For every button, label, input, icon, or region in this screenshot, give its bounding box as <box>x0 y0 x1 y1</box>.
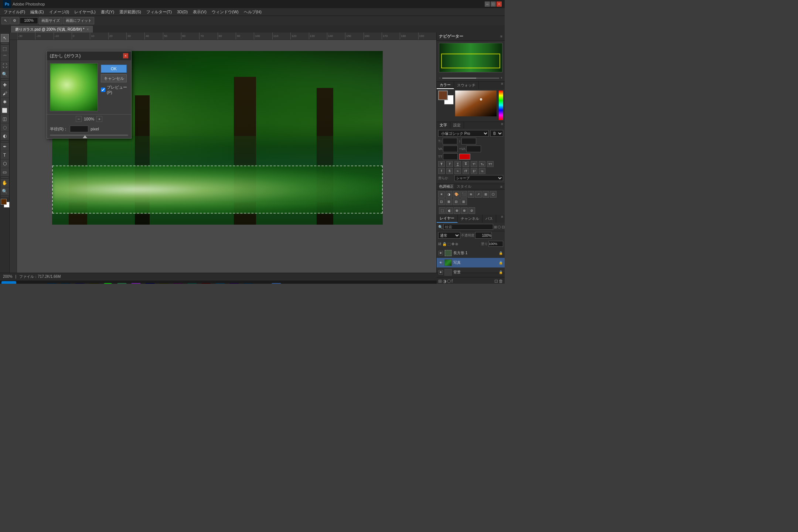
settings-tab[interactable]: 設定 <box>450 122 464 129</box>
superscript-button[interactable]: T¹ <box>471 161 477 167</box>
taskbar-explorer[interactable]: 📁 <box>284 281 297 284</box>
adjust-icon-5[interactable]: ≋ <box>468 191 474 198</box>
layers-tab[interactable]: レイヤー <box>437 215 458 223</box>
layer-visibility-photo[interactable]: 👁 <box>439 260 443 265</box>
layer-mask-icon[interactable]: ⬡ <box>447 279 451 284</box>
color-swatches[interactable] <box>1 199 10 208</box>
tool-healing[interactable]: ✚ <box>1 81 9 89</box>
channels-tab[interactable]: チャンネル <box>458 215 482 223</box>
taskbar-line[interactable]: L <box>101 281 115 284</box>
tool-lasso[interactable]: ⌒ <box>1 53 9 61</box>
taskbar-muse[interactable]: Mu <box>214 281 227 284</box>
notification-area[interactable]: ⊟ <box>496 281 503 284</box>
tool-pen[interactable]: ✒ <box>1 143 9 151</box>
taskbar-photoshop2[interactable]: Ps <box>242 281 255 284</box>
tool-blur[interactable]: ◌ <box>1 123 9 132</box>
radius-input[interactable]: 30.4 <box>70 126 88 132</box>
lock-icon-4[interactable]: ⊕ <box>455 242 458 246</box>
taskbar-aftereffects[interactable]: Ae <box>143 281 157 284</box>
dialog-slider-row[interactable] <box>47 134 131 138</box>
taskbar-ie[interactable]: e <box>17 281 30 284</box>
dialog-cancel-button[interactable]: キャンセル <box>101 74 127 82</box>
font-family-select[interactable]: 小塚ゴシック Pro <box>438 130 489 137</box>
bold-button[interactable]: T <box>438 161 445 167</box>
color-tab[interactable]: カラー <box>437 82 454 89</box>
layer-icon-2[interactable]: ⬡ <box>498 225 501 229</box>
menu-image[interactable]: イメージ(I) <box>47 8 71 16</box>
lock-icon-3[interactable]: ✤ <box>451 242 454 246</box>
menu-format[interactable]: 書式(Y) <box>99 8 117 16</box>
color-spectrum[interactable] <box>455 91 497 116</box>
tool-dodge[interactable]: ◐ <box>1 132 9 140</box>
menu-window[interactable]: ウィンドウ(W) <box>209 8 241 16</box>
align-left2-button[interactable]: fi <box>446 168 453 174</box>
document-tab[interactable]: 磨りガラス.psd @ 200% (写真, RGB/8#) * × <box>11 26 93 33</box>
layer-opacity-input[interactable] <box>475 232 492 239</box>
frac-button[interactable]: ½ <box>479 168 485 174</box>
tool-options-button[interactable]: ⚙ <box>10 17 19 24</box>
menu-layer[interactable]: レイヤー(L) <box>72 8 98 16</box>
align-left4-button[interactable]: IT <box>463 168 469 174</box>
taskbar-chrome[interactable] <box>31 281 44 284</box>
layer-item-rect[interactable]: 👁 長方形 1 🔒 <box>437 248 505 258</box>
align-left-button[interactable]: f <box>438 168 445 174</box>
adjust-icon-3[interactable]: 🎨 <box>453 191 460 198</box>
menu-help[interactable]: ヘルプ(H) <box>242 8 264 16</box>
layer-item-photo[interactable]: 👁 写真 🔒 <box>437 258 505 267</box>
zoom-in-button[interactable]: + <box>96 116 102 122</box>
taskbar-word[interactable]: W <box>270 281 283 284</box>
adjust-icon-14[interactable]: ◐ <box>446 207 453 214</box>
menu-edit[interactable]: 編集(E) <box>28 8 46 16</box>
taskbar-lightroom[interactable]: Lr <box>59 281 72 284</box>
lock-icon-2[interactable]: ⬚ <box>447 242 451 246</box>
fit-screen-button[interactable]: 画面にフィット <box>63 17 94 24</box>
adjust-icon-15[interactable]: ⊕ <box>454 207 460 214</box>
tool-marquee[interactable]: ⬚ <box>1 45 9 53</box>
dialog-ok-button[interactable]: OK <box>101 65 127 73</box>
new-group-icon[interactable]: ⊞ <box>438 279 442 284</box>
foreground-swatch[interactable] <box>438 91 448 100</box>
radius-slider[interactable] <box>50 134 128 136</box>
adjust-menu-icon[interactable]: ≡ <box>500 185 502 189</box>
menu-select[interactable]: 選択範囲(S) <box>117 8 143 16</box>
strikethrough-button[interactable]: T̶ <box>463 161 469 167</box>
swatch-tab[interactable]: スウォッチ <box>454 82 479 89</box>
adjust-icon-6[interactable]: ↗ <box>475 191 482 198</box>
canvas-area[interactable]: -30 -20 -10 0 10 20 30 40 50 60 70 80 90… <box>10 33 436 273</box>
taskbar-camera[interactable]: 📷 <box>256 281 269 284</box>
sup-button[interactable]: 1² <box>471 168 477 174</box>
tab-close-icon[interactable]: × <box>86 27 89 31</box>
preview-checkbox[interactable] <box>101 88 105 92</box>
menu-file[interactable]: ファイル(F) <box>1 8 27 16</box>
font-weight-select[interactable]: B <box>490 130 503 137</box>
dialog-close-button[interactable]: × <box>123 53 128 58</box>
nav-slider-track[interactable] <box>442 78 499 79</box>
nav-zoom-out-icon[interactable]: − <box>439 76 441 80</box>
taskbar-clock[interactable]: 3:59 2017/04/03 <box>475 284 495 284</box>
text-tab[interactable]: 文字 <box>437 122 450 129</box>
paths-tab[interactable]: パス <box>482 215 496 223</box>
taskbar-bridge[interactable]: Br <box>157 281 171 284</box>
adjust-icon-4[interactable]: ⬛ <box>460 191 467 198</box>
tool-gradient[interactable]: ◫ <box>1 115 9 123</box>
layer-icon-3[interactable]: ⊡ <box>502 225 505 229</box>
lock-icon-1[interactable]: 🔒 <box>442 242 447 246</box>
subscript-button[interactable]: T₁ <box>479 161 485 167</box>
minimize-button[interactable]: ─ <box>485 1 490 7</box>
adjust-icon-2[interactable]: ◑ <box>446 191 452 198</box>
taskbar-illustrator[interactable]: Ai <box>200 281 213 284</box>
zoom-input[interactable]: 100% <box>20 17 38 24</box>
new-adjustment-icon[interactable]: ◑ <box>443 279 446 284</box>
fit-page-button[interactable]: 画面サイズ <box>39 17 62 24</box>
taskbar-onenote[interactable]: N <box>129 281 143 284</box>
blend-mode-select[interactable]: 通常 <box>438 232 460 239</box>
layer-visibility-bg[interactable]: 👁 <box>439 270 443 274</box>
adjust-icon-11[interactable]: ⊟ <box>453 198 460 205</box>
tool-move-button[interactable]: ↖ <box>1 17 10 24</box>
menu-3d[interactable]: 3D(D) <box>175 9 190 15</box>
layer-item-bg[interactable]: 👁 背景 🔒 <box>437 267 505 277</box>
adjust-icon-10[interactable]: ⊠ <box>446 198 452 205</box>
tool-eraser[interactable]: ⬜ <box>1 106 9 115</box>
kerning-input[interactable]: 0 <box>443 146 458 152</box>
adjust-icon-17[interactable]: ⊘ <box>468 207 475 214</box>
